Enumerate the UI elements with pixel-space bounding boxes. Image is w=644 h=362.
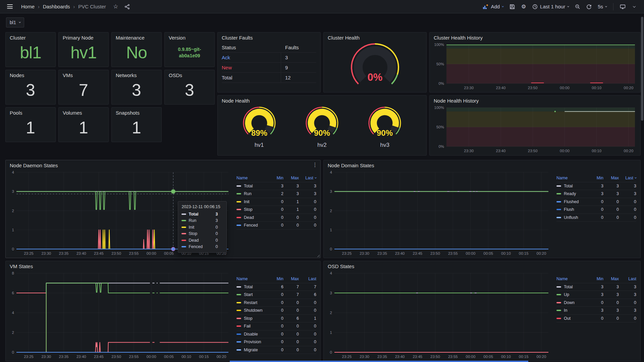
panel-title-cluster-faults[interactable]: Cluster Faults bbox=[218, 33, 320, 41]
legend-col-last[interactable]: Last bbox=[619, 176, 636, 180]
series-color-chip bbox=[236, 294, 241, 295]
fault-status: New bbox=[222, 65, 281, 70]
dashboard-settings-button[interactable]: ⚙ bbox=[519, 2, 529, 12]
panel-resize-handle[interactable] bbox=[316, 254, 320, 257]
stat-value-primary-node: hv1 bbox=[70, 43, 97, 62]
stat-title-cluster[interactable]: Cluster bbox=[6, 33, 55, 41]
menu-toggle-button[interactable] bbox=[5, 2, 17, 12]
legend-row-run[interactable]: Run233 bbox=[236, 190, 316, 198]
legend-col-min[interactable]: Min bbox=[270, 176, 283, 180]
stat-title-vms[interactable]: VMs bbox=[59, 70, 108, 79]
legend-row-shutdown[interactable]: Shutdown000 bbox=[236, 307, 316, 315]
template-variable-dropdown[interactable]: bl1 bbox=[6, 17, 24, 27]
scrollbar-thumb[interactable] bbox=[641, 17, 643, 121]
panel-title-node-health-history[interactable]: Node Health History bbox=[430, 96, 640, 104]
panel-title-node-daemon-states[interactable]: Node Daemon States bbox=[6, 160, 320, 169]
series-color-chip bbox=[181, 220, 186, 221]
legend-col-max[interactable]: Max bbox=[283, 176, 299, 180]
stat-title-pools[interactable]: Pools bbox=[6, 108, 55, 116]
legend-row-total[interactable]: Total333 bbox=[556, 182, 636, 190]
legend-row-unflush[interactable]: Unflush000 bbox=[556, 214, 636, 222]
legend-row-disable[interactable]: Disable000 bbox=[236, 330, 316, 339]
legend-row-flush[interactable]: Flush000 bbox=[556, 206, 636, 214]
nav-collapse-chevron[interactable] bbox=[629, 2, 639, 12]
panel-osd-states: OSD States 23:2523:3023:3523:4023:4523:5… bbox=[323, 261, 641, 361]
legend-col-min[interactable]: Min bbox=[590, 176, 603, 180]
legend-row-dead[interactable]: Dead000 bbox=[236, 214, 316, 222]
tv-mode-button[interactable] bbox=[618, 2, 628, 12]
stat-title-version[interactable]: Version bbox=[165, 33, 214, 41]
panel-title-vm-states[interactable]: VM States bbox=[6, 261, 320, 270]
panel-title-cluster-health[interactable]: Cluster Health bbox=[324, 33, 426, 41]
breadcrumb-home[interactable]: Home bbox=[21, 4, 35, 9]
stat-title-snapshots[interactable]: Snapshots bbox=[112, 108, 161, 116]
legend-col-last[interactable]: Last bbox=[299, 176, 316, 180]
legend-col-max[interactable]: Max bbox=[603, 176, 619, 180]
svg-text:3: 3 bbox=[330, 291, 332, 295]
legend-header: NameMinMaxLast bbox=[556, 174, 636, 182]
panel-title-osd-states[interactable]: OSD States bbox=[324, 261, 640, 270]
legend-row-fenced[interactable]: Fenced000 bbox=[236, 222, 316, 230]
panel-title-cluster-health-history[interactable]: Cluster Health History bbox=[430, 33, 640, 41]
share-icon[interactable] bbox=[122, 2, 132, 12]
save-dashboard-button[interactable] bbox=[507, 2, 517, 12]
stat-title-volumes[interactable]: Volumes bbox=[59, 108, 108, 116]
legend-col-min[interactable]: Min bbox=[270, 277, 283, 281]
legend-col-last[interactable]: Last bbox=[299, 277, 316, 281]
legend-col-max[interactable]: Max bbox=[283, 277, 299, 281]
legend-row-provision[interactable]: Provision000 bbox=[236, 338, 316, 346]
legend-row-fail[interactable]: Fail000 bbox=[236, 322, 316, 330]
node-domain-states-chart[interactable]: 23:2523:3023:3523:4023:4523:5023:5500:00… bbox=[326, 169, 552, 256]
cluster-health-history-chart[interactable]: 23:3023:4023:5000:0000:1000:200%50%100% bbox=[432, 41, 638, 91]
legend-row-up[interactable]: Up333 bbox=[556, 291, 636, 299]
legend-col-last[interactable]: Last bbox=[619, 277, 636, 281]
legend-row-flushed[interactable]: Flushed000 bbox=[556, 198, 636, 206]
legend-row-stop[interactable]: Stop010 bbox=[236, 206, 316, 214]
panel-title-node-domain-states[interactable]: Node Domain States bbox=[324, 160, 640, 169]
legend-row-total[interactable]: Total677 bbox=[236, 283, 316, 291]
legend-row-migrate[interactable]: Migrate000 bbox=[236, 346, 316, 354]
breadcrumb-dashboards[interactable]: Dashboards bbox=[43, 4, 70, 9]
legend-row-stop[interactable]: Stop061 bbox=[236, 315, 316, 323]
stat-title-osds[interactable]: OSDs bbox=[165, 70, 214, 79]
legend-col-min[interactable]: Min bbox=[590, 277, 603, 281]
chevron-down-icon bbox=[633, 5, 636, 7]
osd-states-chart[interactable]: 23:2523:3023:3523:4023:4523:5023:5500:00… bbox=[326, 270, 552, 360]
legend-row-total[interactable]: Total333 bbox=[236, 182, 316, 190]
legend-row-init[interactable]: Init010 bbox=[236, 198, 316, 206]
stat-title-primary-node[interactable]: Primary Node bbox=[59, 33, 108, 41]
legend-col-name[interactable]: Name bbox=[236, 277, 270, 281]
series-color-chip bbox=[236, 193, 241, 194]
refresh-button[interactable] bbox=[584, 2, 594, 12]
legend-row-in[interactable]: In333 bbox=[556, 307, 636, 315]
svg-text:23:30: 23:30 bbox=[41, 355, 51, 359]
legend-row-ready[interactable]: Ready333 bbox=[556, 190, 636, 198]
node-health-history-chart[interactable]: 23:3023:4023:5000:0000:1000:200%50%100% bbox=[432, 104, 638, 154]
svg-text:23:50: 23:50 bbox=[111, 355, 121, 359]
cluster-faults-table: StatusFaults Ack3New9Total12 bbox=[218, 41, 320, 83]
fault-status: Ack bbox=[222, 55, 281, 60]
legend-row-down[interactable]: Down000 bbox=[556, 299, 636, 307]
panel-menu-icon[interactable]: ⋮ bbox=[312, 162, 318, 168]
legend-row-start[interactable]: Start076 bbox=[236, 291, 316, 299]
legend-header: NameMinMaxLast bbox=[236, 275, 316, 283]
favorite-star-icon[interactable]: ☆ bbox=[111, 2, 121, 12]
refresh-interval-dropdown[interactable]: 5s bbox=[595, 2, 609, 12]
tooltip-row-run: Run3 bbox=[181, 218, 223, 224]
legend-row-restart[interactable]: Restart000 bbox=[236, 299, 316, 307]
zoom-out-button[interactable] bbox=[573, 2, 583, 12]
stat-title-maintenance[interactable]: Maintenance bbox=[112, 33, 161, 41]
svg-text:2: 2 bbox=[12, 209, 14, 213]
vm-states-chart[interactable]: 23:2523:3023:3523:4023:4523:5023:5500:00… bbox=[8, 270, 232, 360]
legend-row-out[interactable]: Out000 bbox=[556, 315, 636, 323]
add-button[interactable]: Add bbox=[480, 2, 506, 12]
legend-row-total[interactable]: Total333 bbox=[556, 283, 636, 291]
legend-col-max[interactable]: Max bbox=[603, 277, 619, 281]
legend-col-name[interactable]: Name bbox=[556, 277, 590, 281]
stat-title-nodes[interactable]: Nodes bbox=[6, 70, 55, 79]
time-range-picker[interactable]: Last 1 hour bbox=[530, 2, 571, 12]
stat-title-networks[interactable]: Networks bbox=[112, 70, 161, 79]
legend-col-name[interactable]: Name bbox=[556, 176, 590, 180]
panel-title-node-health[interactable]: Node Health bbox=[218, 96, 426, 104]
legend-col-name[interactable]: Name bbox=[236, 176, 270, 180]
